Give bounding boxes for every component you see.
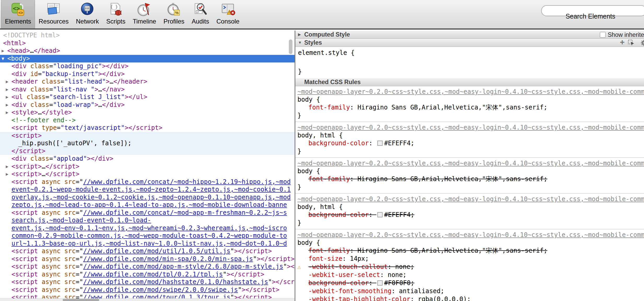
tree-node[interactable]: ▶<ul class="search-list J_list"></ul> bbox=[0, 93, 295, 101]
tree-node[interactable]: ▶<script>…</script> bbox=[0, 170, 295, 178]
color-swatch[interactable] bbox=[377, 141, 383, 146]
property-name[interactable]: -webkit-font-smoothing bbox=[308, 287, 391, 295]
resource-link[interactable]: overlay.js,~mod~cookie~0.1.2~cookie.js,~… bbox=[11, 194, 291, 201]
property-value[interactable]: 14px; bbox=[350, 255, 369, 262]
tab-timeline[interactable]: Timeline bbox=[129, 0, 160, 28]
element-style-open[interactable]: element.style { bbox=[298, 49, 641, 57]
expand-arrow-icon[interactable]: ▶ bbox=[6, 163, 8, 171]
tree-node[interactable]: url~1.1.3~base-op-url.js,~mod~list-nav~1… bbox=[0, 240, 295, 248]
expand-arrow-icon[interactable]: ▶ bbox=[6, 101, 8, 109]
resource-link[interactable]: event.js,~mod~env~0.1.1~env.js,~mod~wher… bbox=[11, 224, 287, 232]
tree-node[interactable]: event~0.2.1~wepp-module-event.js,~mod~ze… bbox=[0, 186, 295, 194]
tree-node[interactable]: </script> bbox=[0, 147, 295, 155]
tree-node[interactable]: <div id="backup-insert"></div> bbox=[0, 70, 295, 78]
new-rule-icon[interactable]: + bbox=[620, 39, 625, 46]
show-inherited-checkbox[interactable] bbox=[600, 32, 606, 38]
property-name[interactable]: font-size bbox=[308, 255, 342, 262]
resource-link[interactable]: //www.dpfile.com/mod/min-spa/0.2.0/min-s… bbox=[83, 255, 253, 263]
tree-node[interactable]: <script async src="//www.dpfile.com/conc… bbox=[0, 178, 295, 186]
tree-node[interactable]: _hip.push(['_autoPV', false]); bbox=[0, 140, 295, 147]
collapse-arrow-icon[interactable]: ▼ bbox=[298, 39, 302, 47]
property-name[interactable]: font-family bbox=[308, 175, 350, 183]
resource-link[interactable]: //www.dpfile.com/concat/~mod~hippo~1.2.1… bbox=[83, 178, 291, 186]
tree-node[interactable]: overlay.js,~mod~cookie~0.1.2~cookie.js,~… bbox=[0, 194, 295, 201]
collapse-arrow-icon[interactable]: ▼ bbox=[2, 55, 4, 63]
property-name[interactable]: -webkit-tap-highlight-color bbox=[308, 296, 410, 301]
property-value[interactable]: #EFEFF4; bbox=[384, 211, 414, 218]
tree-node[interactable]: event.js,~mod~env~0.1.1~env.js,~mod~wher… bbox=[0, 224, 295, 232]
css-property[interactable]: font-family: Hiragino Sans GB,Arial,Helv… bbox=[297, 175, 644, 183]
styles-header[interactable]: ▼ Styles + bbox=[295, 39, 644, 47]
tab-network[interactable]: Network bbox=[72, 0, 103, 28]
tree-node[interactable]: <script type="text/javascript"></script> bbox=[0, 124, 295, 132]
element-style-body[interactable] bbox=[298, 57, 641, 68]
rule-selector[interactable]: body { bbox=[297, 167, 644, 175]
css-property[interactable]: background-color: #F0F0F0; bbox=[297, 279, 644, 287]
tree-node[interactable]: zepto.js,~mod~lead-to-app~0.1.4~lead-to-… bbox=[0, 201, 295, 209]
tree-node[interactable]: <!DOCTYPE html> bbox=[0, 32, 295, 39]
css-property[interactable]: -webkit-user-select: none; bbox=[297, 271, 644, 279]
resource-link[interactable]: common~0.2.9~mobile-common.js,~mod~wepp-… bbox=[11, 232, 287, 239]
resource-link[interactable]: search.js,~mod~load-event~0.1.0~load- bbox=[11, 217, 151, 224]
css-property[interactable]: background-color: #EFEFF4; bbox=[297, 211, 644, 219]
tree-node[interactable]: <script async src="//www.dpfile.com/mod/… bbox=[0, 247, 295, 255]
stylesheet-link[interactable]: ~mod~openapp-layer~0.2.0~css~style.css,~… bbox=[297, 88, 644, 96]
css-property[interactable]: font-family: Hiragino Sans GB,Arial,Helv… bbox=[297, 103, 644, 112]
css-property[interactable]: -webkit-font-smoothing: antialiased; bbox=[297, 287, 644, 295]
stylesheet-link[interactable]: ~mod~openapp-layer~0.2.0~css~style.css,~… bbox=[297, 159, 644, 167]
resource-link[interactable]: event~0.2.1~wepp-module-event.js,~mod~ze… bbox=[11, 186, 291, 193]
expand-arrow-icon[interactable]: ▶ bbox=[298, 31, 301, 38]
css-property[interactable]: font-size: 14px; bbox=[297, 255, 644, 263]
stylesheet-link[interactable]: ~mod~openapp-layer~0.2.0~css~style.css,~… bbox=[297, 124, 644, 131]
element-state-icon[interactable] bbox=[628, 39, 635, 47]
tree-node[interactable]: ▶<head>…</head> bbox=[0, 47, 295, 55]
tree-node[interactable]: common~0.2.9~mobile-common.js,~mod~wepp-… bbox=[0, 232, 295, 240]
color-swatch[interactable] bbox=[377, 280, 383, 286]
resource-link[interactable]: //www.dpfile.com/concat/~mod~app-m-fresh… bbox=[83, 209, 287, 216]
rule-selector[interactable]: body, html { bbox=[297, 203, 644, 211]
property-value[interactable]: Hiragino Sans GB,Arial,Helvetica,"宋体",sa… bbox=[358, 247, 547, 254]
property-value[interactable]: rgba(0,0,0,0); bbox=[418, 296, 471, 301]
resource-link[interactable]: //www.dpfile.com/mod/hashstate/0.1.0/has… bbox=[83, 278, 268, 286]
property-name[interactable]: background-color bbox=[308, 279, 369, 287]
tree-node[interactable]: <script async src="//www.dpfile.com/mod/… bbox=[0, 255, 295, 263]
tree-node[interactable]: <script async src="//www.dpfile.com/mod/… bbox=[0, 271, 295, 279]
tree-node[interactable]: ▶<style>…</style> bbox=[0, 109, 295, 117]
element-style-section[interactable]: element.style { } bbox=[295, 47, 644, 78]
rule-selector[interactable]: body { bbox=[297, 239, 644, 247]
resource-link[interactable]: //www.dpfile.com/mod/util/1.0.5/util.js bbox=[83, 247, 231, 255]
tree-node[interactable]: ▶<header class="list-head">…</header> bbox=[0, 78, 295, 86]
resource-link[interactable]: //www.dpfile.com/mod/app-m-style/2.6.8/a… bbox=[83, 263, 283, 270]
tab-profiles[interactable]: % Profiles bbox=[160, 0, 188, 28]
expand-arrow-icon[interactable]: ▶ bbox=[2, 47, 4, 55]
expand-arrow-icon[interactable]: ▶ bbox=[6, 170, 8, 178]
tree-node[interactable]: ▼<body> bbox=[0, 55, 295, 63]
color-swatch[interactable] bbox=[377, 212, 383, 217]
tab-elements[interactable]: <><> Elements bbox=[1, 0, 35, 28]
stylesheet-link[interactable]: ~mod~openapp-layer~0.2.0~css~style.css,~… bbox=[297, 195, 644, 203]
property-name[interactable]: font-family bbox=[308, 247, 350, 254]
tree-node[interactable]: <script> bbox=[0, 132, 295, 140]
tab-scripts[interactable]: { } Scripts bbox=[103, 0, 129, 28]
property-value[interactable]: none; bbox=[388, 271, 406, 279]
horizontal-scrollbar[interactable] bbox=[0, 298, 295, 301]
tree-node[interactable]: <div class="loading_pic"></div> bbox=[0, 62, 295, 70]
tree-node[interactable]: ▼<html> bbox=[0, 39, 295, 47]
resource-link[interactable]: zepto.js,~mod~lead-to-app~0.1.4~lead-to-… bbox=[11, 201, 287, 209]
property-value[interactable]: Hiragino Sans GB,Arial,Helvetica,"宋体",sa… bbox=[358, 104, 547, 111]
property-value[interactable]: #EFEFF4; bbox=[384, 140, 414, 147]
tab-audits[interactable]: Audits bbox=[188, 0, 213, 28]
computed-style-header[interactable]: ▶ Computed Style Show inherited bbox=[295, 31, 644, 39]
tree-node[interactable]: <script async src="//www.dpfile.com/mod/… bbox=[0, 263, 295, 271]
tree-node[interactable]: <script async src="//www.dpfile.com/mod/… bbox=[0, 286, 295, 294]
tab-console[interactable]: ! Console bbox=[213, 0, 243, 28]
css-property[interactable]: ⚠-webkit-touch-callout: none; bbox=[297, 263, 644, 271]
property-value[interactable]: #F0F0F0; bbox=[384, 279, 414, 287]
expand-arrow-icon[interactable]: ▶ bbox=[6, 109, 8, 117]
property-name[interactable]: -webkit-user-select bbox=[308, 271, 380, 279]
css-property[interactable]: font-family: Hiragino Sans GB,Arial,Helv… bbox=[297, 247, 644, 255]
tree-node[interactable]: search.js,~mod~load-event~0.1.0~load- bbox=[0, 217, 295, 224]
stylesheet-link[interactable]: ~mod~openapp-layer~0.2.0~css~style.css,~… bbox=[297, 231, 644, 239]
tree-node[interactable]: <script async src="//www.dpfile.com/mod/… bbox=[0, 278, 295, 286]
tree-node[interactable]: <div class="appload"></div> bbox=[0, 155, 295, 163]
